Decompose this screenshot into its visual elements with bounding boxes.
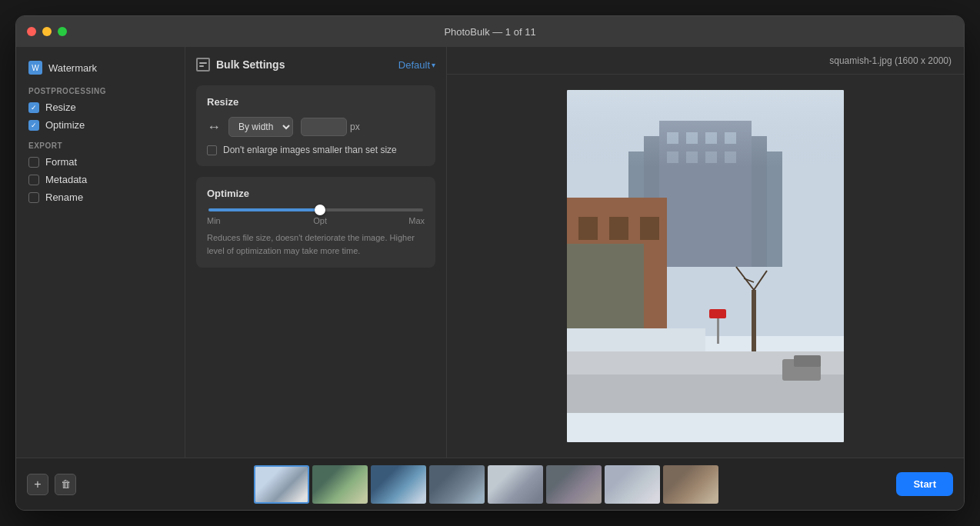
svg-rect-27 bbox=[794, 355, 821, 367]
preview-image bbox=[567, 90, 844, 442]
chevron-down-icon: ▾ bbox=[432, 61, 435, 69]
resize-card: Resize ↔ By width px Don't enlarge image… bbox=[196, 85, 435, 166]
resize-checkbox[interactable] bbox=[28, 102, 39, 113]
format-label: Format bbox=[45, 156, 77, 168]
thumb-bg-8 bbox=[663, 465, 718, 504]
thumb-bg-3 bbox=[371, 465, 426, 504]
svg-rect-16 bbox=[609, 217, 628, 240]
bottom-bar: + 🗑 bbox=[16, 458, 964, 510]
optimize-slider-container: Min Opt Max bbox=[207, 208, 425, 225]
thumbnail-3[interactable] bbox=[371, 465, 426, 504]
slider-fill bbox=[208, 208, 320, 211]
default-dropdown[interactable]: Default ▾ bbox=[398, 59, 435, 71]
start-button[interactable]: Start bbox=[896, 472, 953, 496]
bulk-settings-title: Bulk Settings bbox=[216, 58, 285, 71]
preview-svg bbox=[567, 90, 844, 442]
dont-enlarge-row[interactable]: Don't enlarge images smaller than set si… bbox=[207, 145, 425, 155]
optimize-checkbox[interactable] bbox=[28, 120, 39, 131]
rename-label: Rename bbox=[45, 191, 83, 203]
svg-rect-30 bbox=[567, 90, 844, 167]
center-panel: Bulk Settings Default ▾ Resize ↔ By widt… bbox=[185, 47, 447, 458]
app-window: PhotoBulk — 1 of 11 W Watermark POSTPROC… bbox=[15, 15, 965, 511]
sidebar-item-watermark[interactable]: W Watermark bbox=[16, 56, 185, 79]
thumbnail-1[interactable] bbox=[254, 465, 309, 504]
delete-button[interactable]: 🗑 bbox=[55, 474, 76, 495]
left-actions: + 🗑 bbox=[27, 474, 76, 495]
resize-arrow-icon: ↔ bbox=[207, 119, 221, 135]
thumb-bg-2 bbox=[312, 465, 368, 504]
main-content: W Watermark POSTPROCESSING Resize Optimi… bbox=[16, 47, 964, 458]
slider-track bbox=[208, 208, 423, 211]
panel-header-left: Bulk Settings bbox=[196, 58, 285, 72]
format-checkbox[interactable] bbox=[28, 157, 39, 168]
preview-panel: squamish-1.jpg (1600 x 2000) bbox=[447, 47, 964, 458]
sidebar-item-format[interactable]: Format bbox=[16, 153, 185, 171]
thumbnail-6[interactable] bbox=[546, 465, 602, 504]
preview-image-area bbox=[447, 75, 964, 458]
sidebar-item-rename[interactable]: Rename bbox=[16, 188, 185, 206]
resize-card-title: Resize bbox=[207, 96, 425, 108]
traffic-lights bbox=[27, 27, 67, 36]
thumbnail-4[interactable] bbox=[429, 465, 485, 504]
minimize-button[interactable] bbox=[42, 27, 52, 36]
slider-thumb[interactable] bbox=[315, 205, 325, 215]
watermark-label: Watermark bbox=[48, 62, 97, 74]
resize-controls-row: ↔ By width px bbox=[207, 117, 425, 137]
thumb-bg-7 bbox=[605, 465, 660, 504]
optimize-card: Optimize Min Opt Max Reduces file size, … bbox=[196, 177, 435, 268]
close-button[interactable] bbox=[27, 27, 36, 36]
optimize-label: Optimize bbox=[45, 119, 85, 131]
thumb-bg-5 bbox=[488, 465, 543, 504]
svg-rect-29 bbox=[709, 309, 726, 318]
slider-max-label: Max bbox=[408, 216, 425, 225]
sidebar-item-resize[interactable]: Resize bbox=[16, 98, 185, 116]
svg-rect-17 bbox=[640, 217, 659, 240]
add-button[interactable]: + bbox=[27, 474, 48, 495]
slider-labels: Min Opt Max bbox=[207, 216, 425, 225]
export-section-label: EXPORT bbox=[16, 134, 185, 153]
maximize-button[interactable] bbox=[58, 27, 67, 36]
px-input-wrapper: px bbox=[301, 118, 360, 136]
preview-header: squamish-1.jpg (1600 x 2000) bbox=[447, 47, 964, 75]
sidebar-item-optimize[interactable]: Optimize bbox=[16, 116, 185, 134]
bulk-settings-icon bbox=[196, 58, 210, 72]
sidebar: W Watermark POSTPROCESSING Resize Optimi… bbox=[16, 47, 185, 458]
thumbnail-2[interactable] bbox=[312, 465, 368, 504]
optimize-card-title: Optimize bbox=[207, 188, 425, 199]
rename-checkbox[interactable] bbox=[28, 192, 39, 203]
metadata-label: Metadata bbox=[45, 174, 87, 185]
thumbnail-7[interactable] bbox=[605, 465, 660, 504]
window-title: PhotoBulk — 1 of 11 bbox=[444, 26, 535, 38]
title-bar: PhotoBulk — 1 of 11 bbox=[16, 16, 964, 47]
watermark-icon: W bbox=[28, 61, 42, 75]
slider-opt-label: Opt bbox=[313, 216, 327, 225]
optimize-description: Reduces file size, doesn't deteriorate t… bbox=[207, 231, 425, 257]
panel-header: Bulk Settings Default ▾ bbox=[196, 58, 435, 72]
by-width-select[interactable]: By width bbox=[228, 117, 293, 137]
postprocessing-section-label: POSTPROCESSING bbox=[16, 79, 185, 98]
thumb-bg-6 bbox=[546, 465, 602, 504]
thumb-bg-4 bbox=[429, 465, 485, 504]
svg-rect-21 bbox=[567, 328, 705, 351]
metadata-checkbox[interactable] bbox=[28, 175, 39, 185]
px-label: px bbox=[350, 122, 360, 132]
svg-rect-22 bbox=[752, 290, 756, 351]
thumbnails-strip bbox=[254, 465, 718, 504]
thumbnail-5[interactable] bbox=[488, 465, 543, 504]
dont-enlarge-checkbox[interactable] bbox=[207, 145, 217, 155]
sidebar-item-metadata[interactable]: Metadata bbox=[16, 171, 185, 188]
preview-filename: squamish-1.jpg (1600 x 2000) bbox=[829, 55, 952, 66]
thumb-bg-1 bbox=[255, 467, 308, 502]
resize-label: Resize bbox=[45, 102, 76, 113]
svg-rect-15 bbox=[578, 217, 598, 240]
thumbnail-8[interactable] bbox=[663, 465, 718, 504]
image-placeholder bbox=[567, 90, 844, 442]
slider-min-label: Min bbox=[207, 216, 221, 225]
dont-enlarge-label: Don't enlarge images smaller than set si… bbox=[223, 145, 397, 155]
width-input[interactable] bbox=[301, 118, 347, 136]
